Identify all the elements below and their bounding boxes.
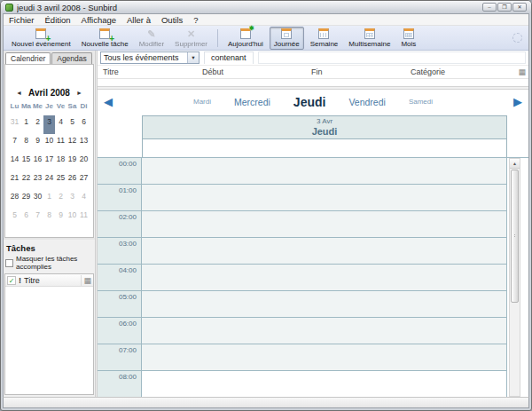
minical-day[interactable]: 4: [55, 115, 66, 134]
chevron-down-icon[interactable]: ▼: [187, 52, 199, 63]
hour-cell[interactable]: [142, 265, 506, 291]
day-nav-samedi[interactable]: Samedi: [409, 98, 433, 106]
hide-completed-checkbox[interactable]: [5, 259, 13, 267]
minical-day[interactable]: 3: [66, 190, 78, 209]
close-button[interactable]: ✕: [512, 3, 527, 12]
minical-prev-icon[interactable]: ◄: [16, 90, 22, 96]
menu-item-outils[interactable]: Outils: [161, 15, 183, 25]
minical-day[interactable]: 28: [9, 190, 20, 209]
minical-day[interactable]: 23: [32, 171, 43, 190]
minical-day[interactable]: 8: [20, 134, 32, 153]
minical-day[interactable]: 26: [66, 171, 78, 190]
events-column-catégorie[interactable]: Catégorie: [411, 67, 528, 76]
minical-day[interactable]: 30: [32, 190, 43, 209]
minical-day[interactable]: 7: [32, 209, 43, 227]
search-input[interactable]: [258, 51, 526, 64]
new-event-button[interactable]: +Nouvel événement: [7, 27, 75, 50]
minical-day[interactable]: 6: [20, 209, 32, 227]
minical-day[interactable]: 14: [9, 153, 20, 171]
minical-day[interactable]: 16: [32, 153, 43, 171]
next-day-icon[interactable]: ▶: [513, 96, 522, 107]
minical-day[interactable]: 25: [55, 171, 66, 190]
events-column-début[interactable]: Début: [202, 67, 311, 76]
sidebar-tab-agendas[interactable]: Agendas: [51, 52, 92, 64]
minical-day[interactable]: 9: [32, 134, 43, 153]
hour-cell[interactable]: [142, 211, 506, 238]
hour-cell[interactable]: [142, 291, 506, 318]
day-nav-mercredi[interactable]: Mercredi: [234, 97, 270, 107]
month-view-button[interactable]: Mois: [396, 27, 420, 50]
minical-next-icon[interactable]: ►: [76, 90, 82, 96]
minical-day[interactable]: 15: [20, 153, 32, 171]
new-task-button[interactable]: +Nouvelle tâche: [77, 27, 133, 50]
multiweek-view-button[interactable]: Multisemaine: [344, 27, 395, 50]
hour-cell[interactable]: [142, 344, 506, 371]
task-completed-column-icon[interactable]: ✓: [7, 276, 16, 285]
menu-item-aide[interactable]: ?: [193, 15, 198, 25]
minical-day[interactable]: 11: [78, 209, 90, 227]
previous-day-icon[interactable]: ◀: [104, 96, 113, 107]
day-nav-jeudi[interactable]: Jeudi: [293, 95, 326, 109]
minical-day[interactable]: 19: [66, 153, 78, 171]
minical-day[interactable]: 29: [20, 190, 32, 209]
minical-day[interactable]: 5: [9, 209, 20, 227]
minical-day[interactable]: 5: [66, 115, 78, 134]
hour-cell[interactable]: [142, 238, 506, 265]
minical-day[interactable]: 27: [78, 171, 90, 190]
minical-day[interactable]: 21: [9, 171, 20, 190]
event-filter-select[interactable]: Tous les événements ▼: [100, 51, 200, 64]
menu-item-edition[interactable]: Édition: [45, 15, 71, 25]
minical-day[interactable]: 10: [66, 209, 78, 227]
hour-label: 03:00: [98, 238, 141, 265]
events-list-empty[interactable]: [98, 79, 528, 86]
scroll-up-icon[interactable]: ▲: [510, 159, 520, 169]
minical-day[interactable]: 6: [78, 115, 90, 134]
minical-day[interactable]: 8: [43, 209, 55, 227]
hour-cell[interactable]: [142, 318, 506, 344]
day-view-button[interactable]: Journée: [270, 27, 304, 50]
task-title-column[interactable]: Titre: [24, 276, 78, 285]
menu-item-fichier[interactable]: Fichier: [9, 15, 35, 25]
minical-day[interactable]: 2: [32, 115, 43, 134]
events-column-fin[interactable]: Fin: [311, 67, 411, 76]
day-column-header[interactable]: 3 Avr Jeudi: [142, 115, 507, 139]
minical-day[interactable]: 20: [78, 153, 90, 171]
events-column-titre[interactable]: Titre: [103, 67, 202, 76]
day-nav-mardi[interactable]: Mardi: [193, 98, 211, 106]
menu-item-aller-a[interactable]: Aller à: [127, 15, 151, 25]
today-button[interactable]: ✱Aujourd'hui: [223, 27, 268, 50]
menu-item-affichage[interactable]: Affichage: [82, 15, 116, 25]
minical-day[interactable]: 10: [43, 134, 55, 153]
minical-day[interactable]: 1: [43, 190, 55, 209]
minical-day[interactable]: 1: [20, 115, 32, 134]
minimize-button[interactable]: –: [482, 3, 497, 12]
allday-cell[interactable]: [142, 139, 507, 157]
hour-cell[interactable]: [142, 371, 506, 397]
minical-day[interactable]: 11: [55, 134, 66, 153]
day-scrollbar[interactable]: ▲: [509, 158, 520, 397]
menu-bar: FichierÉditionAffichageAller àOutils?: [4, 14, 528, 26]
minical-day[interactable]: 22: [20, 171, 32, 190]
minical-day[interactable]: 24: [43, 171, 55, 190]
minical-day[interactable]: 17: [43, 153, 55, 171]
minical-day[interactable]: 7: [9, 134, 20, 153]
maximize-button[interactable]: ❐: [497, 3, 512, 12]
task-priority-column[interactable]: !: [19, 276, 21, 285]
tasks-column-picker-icon[interactable]: ▦: [81, 275, 91, 286]
hour-cell[interactable]: [142, 158, 506, 185]
minical-day-selected[interactable]: 3: [43, 115, 55, 134]
sidebar-tab-calendrier[interactable]: Calendrier: [5, 52, 51, 64]
minical-day[interactable]: 2: [55, 190, 66, 209]
events-column-picker-icon[interactable]: ▦: [516, 67, 526, 77]
minical-day[interactable]: 9: [55, 209, 66, 227]
hour-cell[interactable]: [142, 185, 506, 211]
scrollbar-thumb[interactable]: [511, 170, 519, 303]
minical-day[interactable]: 12: [66, 134, 78, 153]
minical-day[interactable]: 4: [78, 190, 90, 209]
week-view-button[interactable]: Semaine: [306, 27, 343, 50]
minical-day[interactable]: 13: [78, 134, 90, 153]
minical-day[interactable]: 18: [55, 153, 66, 171]
minical-day[interactable]: 31: [9, 115, 20, 134]
day-nav-vendredi[interactable]: Vendredi: [348, 97, 385, 107]
title-bar[interactable]: jeudi 3 avril 2008 - Sunbird – ❐ ✕: [1, 1, 531, 13]
